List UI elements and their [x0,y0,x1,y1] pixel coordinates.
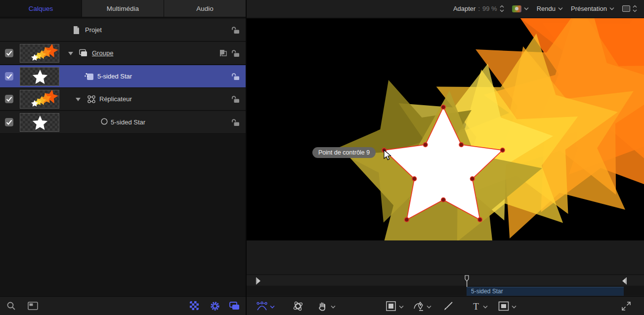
chevron-down-icon[interactable] [483,305,488,309]
panel-tabbar: Calques Multimédia Audio [0,0,246,18]
pan-hand-tool[interactable] [317,300,329,312]
clip-bar[interactable]: 5-sided Star [467,287,624,296]
search-icon[interactable] [6,301,17,314]
control-point[interactable] [405,218,409,222]
out-point-marker[interactable] [622,277,627,286]
visibility-checkbox[interactable] [5,95,13,103]
stepper-icon[interactable] [500,5,504,12]
layer-thumbnail[interactable] [20,44,59,63]
group-rasterize-badge-icon [219,49,228,59]
layer-thumbnail[interactable] [20,67,59,86]
layout-square-icon [622,5,630,12]
stepper-icon [633,5,637,12]
unlock-icon[interactable] [231,49,240,59]
layer-row-project[interactable]: Projet [0,19,246,41]
layer-row-group[interactable]: Groupe [0,42,246,65]
layer-name[interactable]: Groupe [92,49,113,57]
chevron-down-icon [558,7,563,10]
playhead[interactable] [465,275,469,287]
motion-app-window: Calques Multimédia Audio Projet [0,0,644,315]
chevron-down-icon[interactable] [331,305,336,309]
control-point[interactable] [423,143,428,147]
layer-name[interactable]: Projet [85,26,102,34]
presentation-popup[interactable]: Présentation [571,5,614,12]
unlock-icon[interactable] [231,72,240,82]
zoom-colon: : [478,5,480,12]
layer-name[interactable]: Réplicateur [99,95,132,103]
project-document-icon [72,25,81,37]
layout-selector[interactable] [622,5,637,12]
zoom-value: 99 % [482,5,497,12]
canvas-viewport[interactable]: Point de contrôle 9 [247,18,644,240]
chevron-down-icon[interactable] [512,305,516,309]
display-options-icon[interactable] [27,301,39,314]
chevron-down-icon [609,7,614,10]
control-point[interactable] [441,105,446,110]
layer-row-replicator[interactable]: Réplicateur [0,88,246,111]
in-point-marker[interactable] [256,277,261,286]
canvas-toolbar: Adapter : 99 % Rendu Présentation [247,0,644,18]
gear-icon[interactable] [210,301,220,314]
render-label: Rendu [537,5,556,12]
layer-row-star-source[interactable]: 5-sided Star [0,111,246,134]
unlock-icon[interactable] [231,26,240,36]
disclosure-triangle-icon[interactable] [68,52,73,55]
transparency-checkerboard-icon[interactable] [189,301,199,313]
chevron-down-icon[interactable] [270,305,275,309]
control-point-tooltip: Point de contrôle 9 [312,147,376,158]
tools-toolbar: T [247,296,644,315]
unlock-icon[interactable] [231,95,240,105]
text-tool[interactable]: T [470,300,482,312]
rectangle-shape-tool[interactable] [385,300,397,312]
presentation-label: Présentation [571,5,607,12]
timing-track-row: 5-sided Star [247,287,644,296]
svg-text:T: T [473,301,479,312]
layers-view-icon[interactable] [229,301,241,314]
control-point[interactable] [470,177,474,181]
zoom-label: Adapter [453,5,476,12]
visibility-checkbox[interactable] [5,72,13,80]
render-popup[interactable]: Rendu [537,5,563,12]
zoom-control[interactable]: Adapter : 99 % [453,5,504,12]
expand-timing-pane-icon[interactable] [620,300,632,312]
paintbrush-tool[interactable] [442,300,454,312]
layer-thumbnail[interactable] [20,113,59,132]
layer-name[interactable]: 5-sided Star [111,118,145,126]
chevron-down-icon[interactable] [427,305,431,309]
layer-row-star-selected[interactable]: 5-sided Star [0,65,246,88]
group-icon [78,48,88,60]
color-channels-icon [512,5,521,12]
chevron-down-icon [524,7,529,10]
channels-popup[interactable] [512,5,529,12]
visibility-checkbox[interactable] [5,118,13,126]
orbit-3d-tool[interactable] [292,300,304,312]
replicator-icon [86,94,96,106]
mini-timeline[interactable] [247,275,644,286]
layers-panel-footer [0,296,246,315]
layer-thumbnail[interactable] [20,90,59,109]
bezier-pen-tool[interactable] [413,300,425,312]
layer-name[interactable]: 5-sided Star [97,73,132,80]
control-point[interactable] [412,177,417,181]
control-point[interactable] [501,148,505,153]
tab-multimedia[interactable]: Multimédia [82,0,164,17]
visibility-checkbox[interactable] [5,49,13,57]
disclosure-triangle-icon[interactable] [76,98,81,101]
control-point[interactable] [459,143,464,147]
source-circle-icon [100,118,108,127]
control-point[interactable] [478,218,482,222]
control-point[interactable] [441,197,446,202]
shape-icon [84,72,95,83]
cursor-pointer [384,150,391,161]
replicator-stars-graphic [247,18,644,240]
canvas-pane: Adapter : 99 % Rendu Présentation [247,0,644,315]
mask-rectangle-tool[interactable] [498,300,510,312]
tab-audio[interactable]: Audio [164,0,246,17]
tab-calques[interactable]: Calques [0,0,82,17]
layers-panel: Calques Multimédia Audio Projet [0,0,246,315]
chevron-down-icon[interactable] [399,305,404,309]
unlock-icon[interactable] [231,118,240,128]
edit-points-tool[interactable] [256,300,268,312]
